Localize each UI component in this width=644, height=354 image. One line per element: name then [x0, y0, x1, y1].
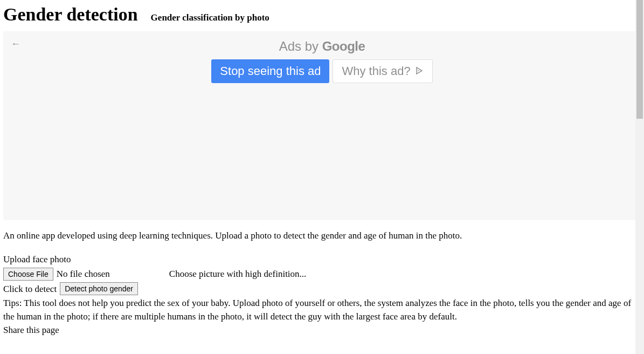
file-input-row: Choose File No file chosen Choose pictur…	[3, 267, 641, 281]
adchoices-icon	[415, 64, 424, 78]
svg-point-0	[418, 70, 419, 71]
choose-file-button[interactable]: Choose File	[3, 268, 53, 281]
why-this-ad-label: Why this ad?	[342, 64, 410, 78]
page-title: Gender detection	[3, 4, 138, 25]
ad-banner: ← Ads by Google Stop seeing this ad Why …	[3, 31, 641, 220]
google-logo: Google	[322, 39, 365, 53]
scrollbar-thumb[interactable]	[636, 0, 643, 119]
share-label: Share this page	[3, 323, 641, 337]
back-arrow-icon[interactable]: ←	[11, 39, 20, 49]
tips-text: Tips: This tool does not help you predic…	[3, 297, 641, 323]
page-header: Gender detection Gender classification b…	[0, 0, 644, 31]
ads-by-text: Ads by	[279, 39, 322, 53]
main-content: An online app developed using deep learn…	[0, 220, 644, 337]
click-detect-label: Click to detect	[3, 282, 57, 296]
stop-seeing-ad-button[interactable]: Stop seeing this ad	[211, 59, 329, 83]
ad-buttons-row: Stop seeing this ad Why this ad?	[3, 59, 641, 83]
file-status-text: No file chosen	[57, 267, 110, 281]
detect-row: Click to detect Detect photo gender	[3, 282, 641, 296]
why-this-ad-button[interactable]: Why this ad?	[333, 59, 432, 83]
vertical-scrollbar[interactable]	[635, 0, 644, 354]
detect-photo-gender-button[interactable]: Detect photo gender	[60, 282, 138, 295]
choose-hint: Choose picture with high definition...	[169, 267, 307, 281]
ads-by-label: Ads by Google	[3, 39, 641, 54]
upload-label: Upload face photo	[3, 253, 641, 267]
app-description: An online app developed using deep learn…	[3, 229, 641, 243]
page-subtitle: Gender classification by photo	[151, 12, 269, 23]
